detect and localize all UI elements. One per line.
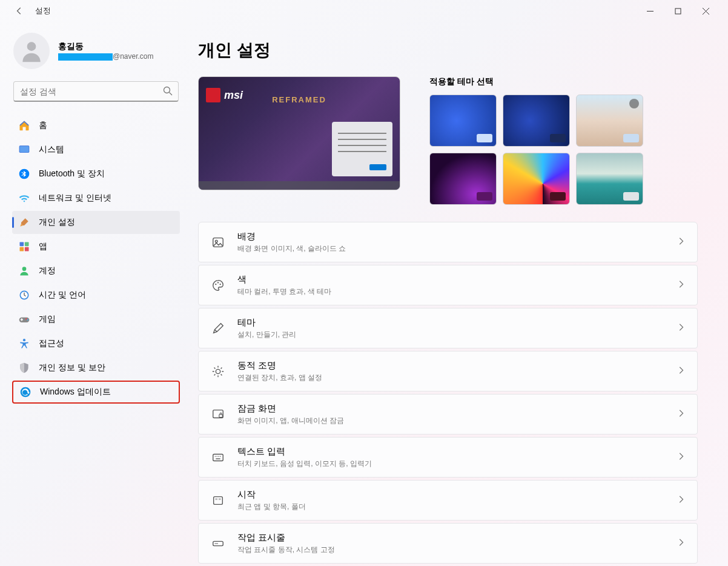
svg-point-27	[215, 456, 216, 456]
settings-item-dynamic-lighting[interactable]: 동적 조명 연결된 장치, 효과, 앱 설정	[198, 351, 698, 391]
svg-point-22	[220, 284, 221, 285]
svg-point-2	[164, 87, 170, 93]
brush-icon	[18, 216, 30, 228]
nav-label: 개인 정보 및 보안	[39, 362, 105, 373]
theme-tile-purple-glow[interactable]	[429, 153, 497, 205]
sidebar-item-bluetooth[interactable]: Bluetooth 및 장치	[12, 162, 180, 185]
settings-item-background[interactable]: 배경 배경 화면 이미지, 색, 슬라이드 쇼	[198, 222, 698, 262]
user-icon	[18, 265, 30, 277]
nav-label: Bluetooth 및 장치	[39, 168, 105, 179]
settings-item-themes[interactable]: 테마 설치, 만들기, 관리	[198, 308, 698, 348]
image-icon	[211, 235, 225, 250]
sidebar-item-time-language[interactable]: 시간 및 언어	[12, 284, 180, 307]
setting-title: 테마	[237, 317, 677, 328]
settings-item-colors[interactable]: 색 테마 컬러, 투명 효과, 색 테마	[198, 265, 698, 305]
svg-rect-8	[20, 247, 24, 251]
keyboard-icon	[211, 450, 225, 465]
svg-point-21	[217, 282, 219, 283]
theme-tile-rainbow[interactable]	[503, 153, 570, 205]
accessibility-icon	[18, 338, 30, 350]
svg-rect-33	[215, 498, 217, 500]
svg-point-19	[215, 240, 217, 242]
maximize-button[interactable]	[664, 1, 692, 21]
shield-icon	[18, 362, 30, 374]
nav-label: 네트워크 및 인터넷	[39, 193, 111, 204]
taskbar-icon	[211, 536, 225, 551]
person-icon	[18, 38, 45, 64]
sidebar-item-network[interactable]: 네트워크 및 인터넷	[12, 187, 180, 210]
sidebar-item-accessibility[interactable]: 접근성	[12, 332, 180, 355]
lock-screen-icon	[211, 407, 225, 422]
start-icon	[211, 493, 225, 508]
settings-item-taskbar[interactable]: 작업 표시줄 작업 표시줄 동작, 시스템 고정	[198, 523, 698, 564]
sidebar-item-windows-update[interactable]: Windows 업데이트	[12, 381, 180, 404]
user-account-block[interactable]: 홍길동 @naver.com	[10, 22, 182, 81]
nav-label: Windows 업데이트	[40, 387, 111, 398]
main-panel: 개인 설정 msi REFRAMED 적용할 테마 선택	[185, 22, 728, 566]
svg-point-15	[27, 319, 29, 321]
svg-rect-6	[20, 242, 24, 247]
page-title: 개인 설정	[198, 39, 698, 62]
svg-rect-4	[20, 146, 29, 152]
setting-title: 색	[237, 274, 677, 285]
settings-item-text-input[interactable]: 텍스트 입력 터치 키보드, 음성 입력, 이모지 등, 입력기	[198, 437, 698, 478]
nav-label: 앱	[39, 241, 47, 252]
close-button[interactable]	[692, 1, 720, 21]
user-name: 홍길동	[58, 41, 154, 52]
sidebar-item-accounts[interactable]: 계정	[12, 259, 180, 282]
search-input[interactable]	[13, 81, 179, 102]
maximize-icon	[675, 8, 681, 15]
setting-title: 동적 조명	[237, 360, 677, 371]
setting-sub: 작업 표시줄 동작, 시스템 고정	[237, 545, 677, 555]
chevron-right-icon	[677, 538, 685, 549]
theme-tile-landscape[interactable]	[576, 95, 643, 147]
svg-point-16	[23, 339, 25, 341]
settings-item-lock-screen[interactable]: 잠금 화면 화면 이미지, 앱, 애니메이션 잠금	[198, 394, 698, 434]
nav-label: 개인 설정	[39, 217, 75, 228]
nav-label: 계정	[39, 265, 56, 276]
setting-sub: 배경 화면 이미지, 색, 슬라이드 쇼	[237, 244, 677, 254]
svg-rect-25	[219, 415, 223, 418]
svg-point-1	[27, 42, 36, 51]
svg-point-10	[22, 267, 27, 271]
setting-sub: 설치, 만들기, 관리	[237, 330, 677, 340]
titlebar: 설정	[0, 0, 728, 22]
sidebar-item-system[interactable]: 시스템	[12, 138, 180, 161]
system-icon	[18, 144, 30, 156]
settings-item-start[interactable]: 시작 최근 앱 및 항목, 폴더	[198, 480, 698, 521]
svg-rect-34	[219, 498, 221, 500]
theme-tile-light-blue[interactable]	[429, 95, 497, 147]
msi-logo-icon	[206, 88, 220, 102]
minimize-button[interactable]	[636, 1, 664, 21]
clock-icon	[18, 289, 30, 301]
palette-icon	[211, 278, 225, 293]
minimize-icon	[647, 8, 654, 15]
sidebar-item-home[interactable]: 홈	[12, 114, 180, 137]
chevron-right-icon	[677, 452, 685, 463]
sidebar-item-gaming[interactable]: 게임	[12, 308, 180, 331]
setting-title: 텍스트 입력	[237, 446, 677, 458]
svg-point-29	[218, 456, 219, 456]
setting-sub: 최근 앱 및 항목, 폴더	[237, 502, 677, 512]
sidebar-item-privacy[interactable]: 개인 정보 및 보안	[12, 356, 180, 379]
sidebar-item-apps[interactable]: 앱	[12, 235, 180, 258]
sidebar-item-personalization[interactable]: 개인 설정	[12, 211, 180, 234]
nav-label: 홈	[39, 120, 47, 131]
preview-brand: msi	[224, 89, 243, 102]
theme-tile-dark-blue[interactable]	[503, 95, 570, 147]
svg-rect-0	[675, 8, 681, 14]
setting-sub: 화면 이미지, 앱, 애니메이션 잠금	[237, 416, 677, 426]
preview-window-mock	[332, 122, 392, 176]
svg-rect-32	[214, 496, 223, 504]
pen-icon	[211, 321, 225, 336]
back-button[interactable]	[8, 7, 30, 15]
update-icon	[19, 386, 31, 398]
setting-title: 잠금 화면	[237, 403, 677, 415]
desktop-preview[interactable]: msi REFRAMED	[198, 76, 400, 190]
preview-caption: REFRAMED	[272, 95, 326, 104]
svg-point-23	[216, 369, 220, 373]
user-email: @naver.com	[58, 52, 154, 61]
theme-tile-lake[interactable]	[576, 153, 643, 205]
bluetooth-icon	[18, 168, 30, 180]
home-icon	[18, 119, 30, 132]
